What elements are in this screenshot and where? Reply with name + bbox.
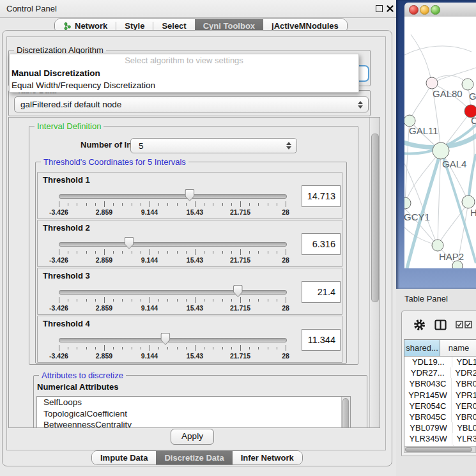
slider-thumb[interactable] <box>185 189 194 201</box>
table-row[interactable]: YDL19...YDL1 <box>404 357 476 367</box>
network-window-titlebar[interactable] <box>404 3 476 17</box>
slider-ticks <box>59 345 286 351</box>
table-data-selected-value: galFiltered.sif default node <box>15 100 355 109</box>
threshold-value-field[interactable]: 6.316 <box>302 233 341 255</box>
network-node[interactable] <box>462 79 473 90</box>
cell-name[interactable]: YER0 <box>452 401 476 411</box>
attribute-item-topologicalcoefficient[interactable]: TopologicalCoefficient <box>37 408 350 420</box>
threshold-label: Threshold 4 <box>43 319 90 328</box>
cell-shared-name[interactable]: YBL079W <box>404 422 453 433</box>
attribute-item-betweennesscentrality[interactable]: BetweennessCentrality <box>37 419 350 428</box>
group-title: Interval Definition <box>35 121 104 131</box>
cell-name[interactable]: YBL0 <box>453 422 476 433</box>
cell-shared-name[interactable]: YBR043C <box>404 378 452 389</box>
network-node[interactable] <box>426 77 438 89</box>
cell-shared-name[interactable]: YDR27... <box>404 367 451 378</box>
slider-thumb[interactable] <box>125 237 134 249</box>
cell-name[interactable]: YDR2 <box>451 367 476 378</box>
column-layout-icon[interactable] <box>434 319 447 330</box>
node-label: GCY1 <box>404 211 430 222</box>
tab-label: Cyni Toolbox <box>203 21 255 31</box>
list-scrollbar[interactable] <box>341 397 350 428</box>
cell-shared-name[interactable]: YDL19... <box>404 357 452 367</box>
attribute-item-selfloops[interactable]: SelfLoops <box>37 397 350 408</box>
algorithm-option-manual-discretization[interactable]: Manual Discretization <box>10 67 358 79</box>
slider-track[interactable] <box>59 290 287 295</box>
minimize-traffic-light-icon[interactable] <box>420 5 429 15</box>
scrollbar-thumb[interactable] <box>405 447 472 452</box>
table-row[interactable]: YPR145WYPR1 <box>404 390 476 401</box>
gear-icon[interactable] <box>413 319 426 331</box>
tab-discretize-data[interactable]: Discretize Data <box>156 451 232 464</box>
table-data-combobox[interactable]: galFiltered.sif default node <box>14 96 369 112</box>
node-label: GAL80 <box>433 88 463 99</box>
column-header-shared-name[interactable]: shared... <box>404 340 440 356</box>
slider-thumb[interactable] <box>233 285 243 297</box>
column-header-name[interactable]: name <box>440 340 476 356</box>
network-icon <box>63 22 72 31</box>
slider-tick-labels: -3.4262.8599.14415.4321.71528 <box>59 352 286 360</box>
tab-impute-data[interactable]: Impute Data <box>92 451 156 464</box>
threshold-row: Threshold 3 -3.4262.8599.14415.4321.7152… <box>37 268 342 315</box>
threshold-slider[interactable]: -3.4262.8599.14415.4321.71528 <box>59 286 286 312</box>
threshold-label: Threshold 1 <box>43 175 90 185</box>
tab-infer-network[interactable]: Infer Network <box>233 451 302 464</box>
num-intervals-combobox[interactable]: 5 <box>130 138 297 153</box>
table-row[interactable]: YBL079WYBL0 <box>404 422 476 433</box>
attributes-group: Attributes to discretize Numerical Attri… <box>33 375 367 428</box>
slider-tick-labels: -3.4262.8599.14415.4321.71528 <box>59 256 286 264</box>
table-row[interactable]: YBR043CYBR0 <box>404 378 476 389</box>
node-label: H <box>470 207 476 218</box>
cell-name[interactable]: YBR0 <box>452 411 476 422</box>
network-canvas[interactable]: GAL80G.CGAL11GAL4GCY1HHAP2 <box>404 17 476 268</box>
combo-arrows-icon <box>284 142 294 150</box>
cell-shared-name[interactable]: YBR045C <box>404 411 452 422</box>
slider-track[interactable] <box>59 338 287 342</box>
algorithm-option-equal-width-frequency-discretization[interactable]: Equal Width/Frequency Discretization <box>10 79 358 91</box>
cell-shared-name[interactable]: YPR145W <box>404 390 452 401</box>
threshold-slider[interactable]: -3.4262.8599.14415.4321.71528 <box>59 190 286 216</box>
select-columns-icon[interactable] <box>456 321 472 328</box>
settings-scrollbar[interactable] <box>369 118 380 427</box>
threshold-slider[interactable]: -3.4262.8599.14415.4321.71528 <box>59 334 286 360</box>
float-window-icon[interactable] <box>376 5 383 12</box>
apply-button[interactable]: Apply <box>171 429 214 445</box>
threshold-slider[interactable]: -3.4262.8599.14415.4321.71528 <box>59 238 286 264</box>
table-horizontal-scrollbar[interactable] <box>404 446 476 453</box>
cell-shared-name[interactable]: YER054C <box>404 401 452 411</box>
threshold-label: Threshold 2 <box>43 223 90 233</box>
network-node[interactable] <box>462 196 475 208</box>
table-row[interactable]: YLR345WYLR3 <box>404 433 476 444</box>
cell-shared-name[interactable]: YLR345W <box>404 433 452 444</box>
network-node[interactable] <box>404 197 411 209</box>
bottom-tab-bar: Impute DataDiscretize DataInfer Network <box>91 450 303 465</box>
node-label: C <box>471 115 476 126</box>
threshold-value-field[interactable]: 21.4 <box>302 281 341 303</box>
node-table: shared... name YDL19...YDL1YDR27...YDR2Y… <box>404 339 476 447</box>
table-row[interactable]: YER054CYER0 <box>404 401 476 411</box>
table-row[interactable]: YDR27...YDR2 <box>404 367 476 378</box>
network-node[interactable] <box>432 240 443 251</box>
slider-track[interactable] <box>59 194 287 199</box>
close-traffic-light-icon[interactable] <box>409 5 418 15</box>
slider-tick-labels: -3.4262.8599.14415.4321.71528 <box>59 304 286 312</box>
scrollbar-thumb[interactable] <box>371 134 379 302</box>
threshold-value-field[interactable]: 14.713 <box>302 185 341 207</box>
slider-track[interactable] <box>59 242 287 247</box>
node-label: GAL11 <box>409 125 438 136</box>
threshold-row: Threshold 4 -3.4262.8599.14415.4321.7152… <box>37 316 342 363</box>
table-row[interactable]: YBR045CYBR0 <box>404 411 476 422</box>
zoom-traffic-light-icon[interactable] <box>431 5 440 15</box>
tab-label: Discretize Data <box>164 453 224 463</box>
tab-label: Style <box>125 21 144 31</box>
network-node[interactable] <box>433 142 449 159</box>
cell-name[interactable]: YLR3 <box>452 433 476 444</box>
close-icon[interactable] <box>387 5 394 12</box>
cell-name[interactable]: YBR0 <box>452 378 476 389</box>
cell-name[interactable]: YPR1 <box>452 390 476 401</box>
threshold-value-field[interactable]: 11.344 <box>302 329 341 351</box>
node-label: GAL4 <box>442 158 466 169</box>
slider-ticks <box>59 201 286 208</box>
slider-thumb[interactable] <box>160 333 170 345</box>
cell-name[interactable]: YDL1 <box>452 357 476 367</box>
